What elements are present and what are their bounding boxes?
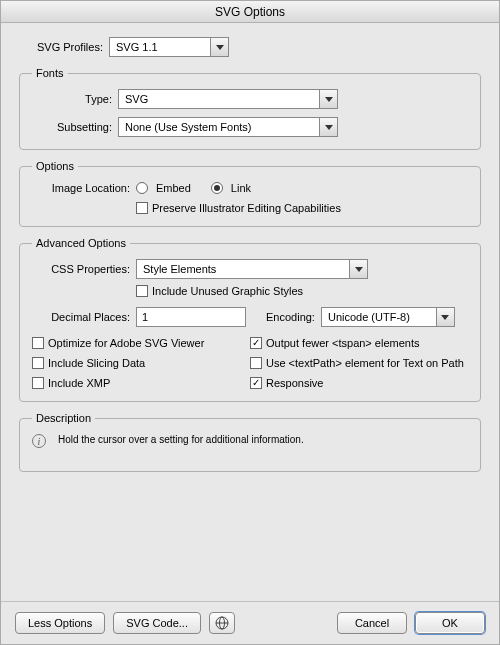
link-radio[interactable] bbox=[211, 182, 223, 194]
preserve-row: Preserve Illustrator Editing Capabilitie… bbox=[32, 202, 468, 214]
svg-code-button[interactable]: SVG Code... bbox=[113, 612, 201, 634]
xmp-checkbox[interactable] bbox=[32, 377, 44, 389]
svg-profiles-value: SVG 1.1 bbox=[116, 41, 158, 53]
slicing-checkbox[interactable] bbox=[32, 357, 44, 369]
info-icon: i bbox=[32, 434, 46, 448]
preserve-checkbox[interactable] bbox=[136, 202, 148, 214]
options-group: Options Image Location: Embed Link Prese… bbox=[19, 160, 481, 227]
fonts-group: Fonts Type: SVG Subsetting: None (Use Sy… bbox=[19, 67, 481, 150]
decimal-encoding-row: Decimal Places: 1 Encoding: Unicode (UTF… bbox=[32, 307, 468, 327]
embed-radio[interactable] bbox=[136, 182, 148, 194]
css-properties-row: CSS Properties: Style Elements bbox=[32, 259, 468, 279]
include-unused-row: Include Unused Graphic Styles bbox=[32, 285, 468, 297]
font-type-row: Type: SVG bbox=[32, 89, 468, 109]
preview-in-browser-button[interactable] bbox=[209, 612, 235, 634]
preserve-label: Preserve Illustrator Editing Capabilitie… bbox=[152, 202, 341, 214]
decimal-places-label: Decimal Places: bbox=[32, 311, 130, 323]
link-label: Link bbox=[231, 182, 251, 194]
chevron-down-icon bbox=[210, 38, 228, 56]
svg-options-dialog: SVG Options SVG Profiles: SVG 1.1 Fonts … bbox=[0, 0, 500, 645]
css-properties-select[interactable]: Style Elements bbox=[136, 259, 368, 279]
advanced-group: Advanced Options CSS Properties: Style E… bbox=[19, 237, 481, 402]
font-type-value: SVG bbox=[125, 93, 148, 105]
optimize-checkbox[interactable] bbox=[32, 337, 44, 349]
description-group: Description i Hold the cursor over a set… bbox=[19, 412, 481, 472]
embed-label: Embed bbox=[156, 182, 191, 194]
options-legend: Options bbox=[32, 160, 78, 172]
less-options-button[interactable]: Less Options bbox=[15, 612, 105, 634]
encoding-label: Encoding: bbox=[266, 311, 315, 323]
encoding-select[interactable]: Unicode (UTF-8) bbox=[321, 307, 455, 327]
include-unused-label: Include Unused Graphic Styles bbox=[152, 285, 303, 297]
advanced-legend: Advanced Options bbox=[32, 237, 130, 249]
optimize-label: Optimize for Adobe SVG Viewer bbox=[48, 337, 204, 349]
image-location-row: Image Location: Embed Link bbox=[32, 182, 468, 194]
fonts-legend: Fonts bbox=[32, 67, 68, 79]
font-subsetting-label: Subsetting: bbox=[32, 121, 112, 133]
font-subsetting-select[interactable]: None (Use System Fonts) bbox=[118, 117, 338, 137]
cancel-button[interactable]: Cancel bbox=[337, 612, 407, 634]
encoding-value: Unicode (UTF-8) bbox=[328, 311, 410, 323]
globe-icon bbox=[215, 616, 229, 630]
include-unused-checkbox[interactable] bbox=[136, 285, 148, 297]
advanced-checks: Optimize for Adobe SVG Viewer Output few… bbox=[32, 337, 468, 389]
css-properties-value: Style Elements bbox=[143, 263, 216, 275]
font-type-label: Type: bbox=[32, 93, 112, 105]
description-text: Hold the cursor over a setting for addit… bbox=[58, 434, 304, 445]
description-row: i Hold the cursor over a setting for add… bbox=[32, 434, 468, 448]
decimal-places-value: 1 bbox=[142, 311, 148, 323]
responsive-label: Responsive bbox=[266, 377, 323, 389]
chevron-down-icon bbox=[319, 90, 337, 108]
responsive-checkbox[interactable] bbox=[250, 377, 262, 389]
tspan-label: Output fewer <tspan> elements bbox=[266, 337, 419, 349]
font-type-select[interactable]: SVG bbox=[118, 89, 338, 109]
chevron-down-icon bbox=[436, 308, 454, 326]
dialog-content: SVG Profiles: SVG 1.1 Fonts Type: SVG Su… bbox=[1, 23, 499, 601]
description-legend: Description bbox=[32, 412, 95, 424]
css-properties-label: CSS Properties: bbox=[32, 263, 130, 275]
dialog-title: SVG Options bbox=[1, 1, 499, 23]
tspan-checkbox[interactable] bbox=[250, 337, 262, 349]
textpath-checkbox[interactable] bbox=[250, 357, 262, 369]
svg-profiles-label: SVG Profiles: bbox=[19, 41, 103, 53]
chevron-down-icon bbox=[319, 118, 337, 136]
dialog-footer: Less Options SVG Code... Cancel OK bbox=[1, 601, 499, 644]
image-location-label: Image Location: bbox=[32, 182, 130, 194]
textpath-label: Use <textPath> element for Text on Path bbox=[266, 357, 464, 369]
svg-profiles-row: SVG Profiles: SVG 1.1 bbox=[19, 37, 481, 57]
font-subsetting-row: Subsetting: None (Use System Fonts) bbox=[32, 117, 468, 137]
font-subsetting-value: None (Use System Fonts) bbox=[125, 121, 252, 133]
decimal-places-input[interactable]: 1 bbox=[136, 307, 246, 327]
svg-profiles-select[interactable]: SVG 1.1 bbox=[109, 37, 229, 57]
ok-button[interactable]: OK bbox=[415, 612, 485, 634]
chevron-down-icon bbox=[349, 260, 367, 278]
xmp-label: Include XMP bbox=[48, 377, 110, 389]
slicing-label: Include Slicing Data bbox=[48, 357, 145, 369]
